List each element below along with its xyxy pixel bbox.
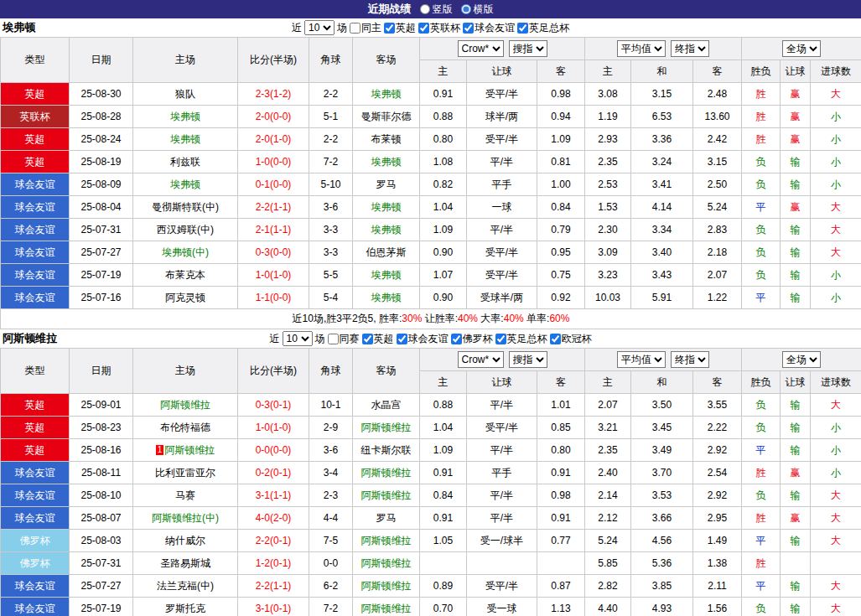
away-team[interactable]: 伯恩茅斯 — [353, 241, 420, 264]
filter-option-2[interactable]: 球会友谊 — [463, 21, 515, 35]
score[interactable]: 2-0(1-0) — [238, 128, 309, 151]
filter-checkbox[interactable] — [384, 23, 395, 34]
home-team[interactable]: 布伦特福德 — [133, 417, 238, 439]
home-team[interactable]: 曼彻斯特联(中) — [133, 196, 238, 219]
score[interactable]: 2-1(1-1) — [238, 219, 309, 241]
filter-option-1[interactable]: 英联杯 — [418, 21, 460, 35]
layout-option-horizontal[interactable]: 横版 — [461, 3, 494, 17]
filter-checkbox[interactable] — [550, 334, 561, 344]
score[interactable]: 3-1(1-1) — [238, 484, 309, 507]
filter-option-4[interactable]: 欧冠杯 — [550, 332, 592, 346]
away-team[interactable]: 水晶宫 — [353, 394, 420, 417]
match-scope-select[interactable]: 全场 — [782, 40, 821, 57]
radio-horizontal[interactable] — [461, 4, 471, 14]
odds-company-select[interactable]: Crow* — [458, 351, 504, 368]
away-team[interactable]: 埃弗顿 — [353, 264, 420, 287]
away-team[interactable]: 埃弗顿 — [353, 83, 420, 106]
home-team[interactable]: 罗斯托克 — [133, 598, 238, 616]
score[interactable]: 1-0(1-0) — [238, 264, 309, 287]
filter-option-2[interactable]: 佛罗杯 — [451, 332, 493, 346]
score[interactable]: 1-0(1-0) — [238, 417, 309, 439]
score[interactable]: 4-0(2-0) — [238, 507, 309, 530]
score[interactable]: 2-0(0-0) — [238, 106, 309, 128]
filter-checkbox[interactable] — [463, 23, 474, 34]
away-team[interactable]: 罗马 — [353, 173, 420, 196]
filter-checkbox[interactable] — [495, 334, 506, 344]
handicap-index-select[interactable]: 搜指 — [509, 40, 547, 57]
radio-vertical[interactable] — [420, 4, 430, 14]
home-team[interactable]: 阿斯顿维拉 — [133, 394, 238, 417]
away-team[interactable]: 阿斯顿维拉 — [353, 484, 420, 507]
home-team[interactable]: 利兹联 — [133, 151, 238, 173]
filter-option-unchecked-0[interactable]: 同主 — [350, 21, 381, 35]
corner-score: 3-6 — [309, 439, 353, 462]
filter-checkbox[interactable] — [517, 23, 528, 34]
score[interactable]: 0-3(0-1) — [238, 394, 309, 417]
filter-option-1[interactable]: 球会友谊 — [397, 332, 449, 346]
score[interactable]: 2-3(1-2) — [238, 83, 309, 106]
away-team[interactable]: 纽卡斯尔联 — [353, 439, 420, 462]
layout-option-vertical[interactable]: 竖版 — [420, 3, 453, 17]
away-team[interactable]: 曼斯菲尔德 — [353, 106, 420, 128]
home-team[interactable]: 纳什威尔 — [133, 530, 238, 552]
recent-count-select[interactable]: 10 — [283, 331, 313, 346]
away-team[interactable]: 埃弗顿 — [353, 219, 420, 241]
home-team[interactable]: 埃弗顿 — [133, 106, 238, 128]
home-team[interactable]: 西汉姆联(中) — [133, 219, 238, 241]
filter-checkbox[interactable] — [451, 334, 462, 344]
score[interactable]: 2-2(1-1) — [238, 575, 309, 598]
filter-checkbox[interactable] — [350, 23, 360, 34]
home-team[interactable]: 阿克灵顿 — [133, 287, 238, 309]
home-team[interactable]: 埃弗顿(中) — [133, 241, 238, 264]
final-index-select[interactable]: 终指 — [671, 40, 709, 57]
home-team[interactable]: 埃弗顿 — [133, 128, 238, 151]
final-index-select[interactable]: 终指 — [671, 351, 709, 368]
away-team[interactable]: 罗马 — [353, 507, 420, 530]
home-team[interactable]: 阿斯顿维拉(中) — [133, 507, 238, 530]
average-select[interactable]: 平均值 — [617, 351, 666, 368]
match-scope-select[interactable]: 全场 — [782, 351, 821, 368]
filter-checkbox[interactable] — [362, 334, 373, 344]
away-team[interactable]: 阿斯顿维拉 — [353, 462, 420, 484]
away-team[interactable]: 埃弗顿 — [353, 196, 420, 219]
away-team[interactable]: 阿斯顿维拉 — [353, 575, 420, 598]
home-team[interactable]: 比利亚雷亚尔 — [133, 462, 238, 484]
away-team[interactable]: 阿斯顿维拉 — [353, 417, 420, 439]
recent-count-select[interactable]: 10 — [304, 20, 335, 35]
filter-checkbox[interactable] — [418, 23, 429, 34]
handicap-index-select[interactable]: 搜指 — [509, 351, 547, 368]
away-team[interactable]: 埃弗顿 — [353, 287, 420, 309]
score[interactable]: 0-2(0-1) — [238, 462, 309, 484]
home-team[interactable]: 1阿斯顿维拉 — [133, 439, 238, 462]
score[interactable]: 0-3(0-0) — [238, 241, 309, 264]
filter-checkbox[interactable] — [328, 334, 339, 344]
filter-checkbox[interactable] — [397, 334, 407, 344]
score[interactable]: 3-1(0-1) — [238, 598, 309, 616]
home-team[interactable]: 狼队 — [133, 83, 238, 106]
away-team[interactable]: 埃弗顿 — [353, 151, 420, 173]
filter-option-0[interactable]: 英超 — [362, 332, 394, 346]
score[interactable]: 1-0(0-0) — [238, 151, 309, 173]
score[interactable]: 0-0(0-0) — [238, 439, 309, 462]
home-team[interactable]: 马赛 — [133, 484, 238, 507]
score[interactable]: 1-2(0-1) — [238, 552, 309, 575]
home-team[interactable]: 圣路易斯城 — [133, 552, 238, 575]
filter-option-3[interactable]: 英足总杯 — [495, 332, 547, 346]
odds-company-select[interactable]: Crow* — [458, 40, 504, 57]
home-team[interactable]: 法兰克福(中) — [133, 575, 238, 598]
score[interactable]: 2-2(1-1) — [238, 196, 309, 219]
subcol-away-odds: 客 — [537, 60, 585, 83]
filter-option-3[interactable]: 英足总杯 — [517, 21, 569, 35]
filter-option-unchecked-0[interactable]: 同赛 — [328, 332, 360, 346]
home-team[interactable]: 布莱克本 — [133, 264, 238, 287]
away-team[interactable]: 布莱顿 — [353, 128, 420, 151]
score[interactable]: 2-2(0-1) — [238, 530, 309, 552]
score[interactable]: 1-1(0-0) — [238, 287, 309, 309]
score[interactable]: 0-1(0-0) — [238, 173, 309, 196]
filter-option-0[interactable]: 英超 — [384, 21, 416, 35]
home-team[interactable]: 埃弗顿 — [133, 173, 238, 196]
away-team[interactable]: 阿斯顿维拉 — [353, 530, 420, 552]
away-team[interactable]: 阿斯顿维拉 — [353, 552, 420, 575]
average-select[interactable]: 平均值 — [617, 40, 666, 57]
away-team[interactable]: 阿斯顿维拉 — [353, 598, 420, 616]
